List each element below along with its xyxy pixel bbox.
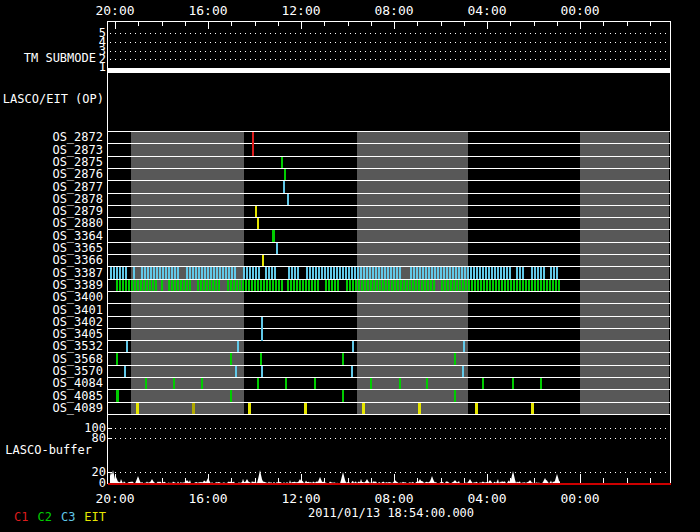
dense-bar: [299, 280, 301, 291]
dense-bar: [391, 280, 393, 291]
dense-bar: [171, 280, 173, 291]
legend-item-c2: C2: [37, 511, 51, 524]
dense-bar: [437, 267, 439, 279]
dense-bar: [116, 280, 118, 291]
os-event-mark: [230, 353, 232, 365]
os-row-band: [108, 132, 670, 143]
os-event-mark: [116, 353, 118, 365]
dense-bar: [498, 280, 500, 291]
dense-bar: [162, 267, 164, 279]
dense-bar: [174, 267, 176, 279]
band-gray-segment: [580, 403, 669, 414]
dense-bar: [324, 267, 326, 279]
band-gray-segment: [131, 243, 244, 254]
bottom-axis-tick: [417, 478, 418, 483]
top-axis-tick: [441, 22, 442, 26]
os-event-mark: [262, 255, 264, 266]
dense-bar: [234, 267, 236, 279]
dense-bar: [177, 267, 179, 279]
dense-bar: [363, 267, 365, 279]
dense-bar: [325, 280, 327, 291]
os-row-band: [108, 341, 670, 352]
bottom-axis-tick: [580, 474, 581, 483]
dense-bar: [415, 280, 417, 291]
os-row-label: OS_4089: [0, 402, 103, 415]
dense-bar: [537, 280, 539, 291]
dense-bar: [510, 280, 512, 291]
datetime-label: 2011/01/13 18:54:00.000: [305, 507, 477, 520]
top-axis-tick: [510, 22, 511, 26]
bottom-axis-tick: [324, 478, 325, 483]
dense-bar: [495, 280, 497, 291]
dense-bar: [509, 267, 511, 279]
dense-bar: [396, 267, 398, 279]
dense-bar: [534, 267, 536, 279]
dense-bar: [373, 280, 375, 291]
dense-bar: [399, 267, 401, 279]
dense-bar: [288, 267, 290, 279]
dense-bar: [403, 280, 405, 291]
dense-bar: [459, 280, 461, 291]
dense-bar: [309, 267, 311, 279]
dense-bar: [394, 280, 396, 291]
dense-bar: [291, 267, 293, 279]
dense-bar: [385, 280, 387, 291]
dense-bar: [424, 280, 426, 291]
dense-bar: [249, 267, 251, 279]
band-gray-segment: [131, 317, 244, 328]
dense-bar: [312, 267, 314, 279]
top-axis-tick: [255, 22, 256, 26]
dense-bar: [140, 280, 142, 291]
dense-bar: [485, 267, 487, 279]
dense-bar: [393, 267, 395, 279]
dense-bar: [519, 267, 521, 279]
dense-bar: [317, 280, 319, 291]
band-gray-segment: [357, 317, 468, 328]
bottom-axis-tick: [371, 478, 372, 483]
band-gray-segment: [580, 267, 669, 279]
dense-bar: [441, 280, 443, 291]
dense-bar: [165, 267, 167, 279]
dense-bar: [122, 280, 124, 291]
dense-bar: [540, 280, 542, 291]
band-gray-segment: [131, 206, 244, 217]
dense-bar: [361, 280, 363, 291]
dense-bar: [506, 267, 508, 279]
dense-bar: [358, 280, 360, 291]
dense-bar: [337, 280, 339, 291]
os-row-band: [108, 230, 670, 242]
dense-bar: [269, 280, 271, 291]
dense-bar: [125, 280, 127, 291]
telemetry-timeline-screen: TM SUBMODE LASCO/EIT (OP) LASCO-buffer 2…: [0, 0, 700, 532]
dense-bar: [397, 280, 399, 291]
dense-bar: [516, 267, 518, 279]
dense-bar: [219, 267, 221, 279]
os-event-mark: [342, 390, 344, 402]
dense-bar: [236, 280, 238, 291]
dense-bar: [387, 267, 389, 279]
os-row-band: [108, 206, 670, 217]
band-gray-segment: [357, 304, 468, 316]
dense-bar: [254, 280, 256, 291]
dense-bar: [159, 267, 161, 279]
dense-bar: [177, 280, 179, 291]
dense-bar: [225, 267, 227, 279]
dense-bar: [540, 267, 542, 279]
dense-bar: [296, 280, 298, 291]
band-gray-segment: [580, 353, 669, 365]
dense-bar: [122, 267, 124, 279]
dense-bar: [543, 280, 545, 291]
dense-bar: [119, 267, 121, 279]
dense-bar: [474, 280, 476, 291]
bottom-axis-tick: [255, 478, 256, 483]
dense-bar: [198, 267, 200, 279]
dense-bar: [348, 267, 350, 279]
dense-bar: [230, 280, 232, 291]
dense-bar: [305, 280, 307, 291]
os-event-mark: [235, 366, 237, 377]
time-label-bottom: 04:00: [461, 492, 513, 505]
os-row-band: [108, 255, 670, 266]
tm-grid-line: [110, 51, 668, 52]
dense-bar: [434, 267, 436, 279]
dense-bar: [440, 267, 442, 279]
